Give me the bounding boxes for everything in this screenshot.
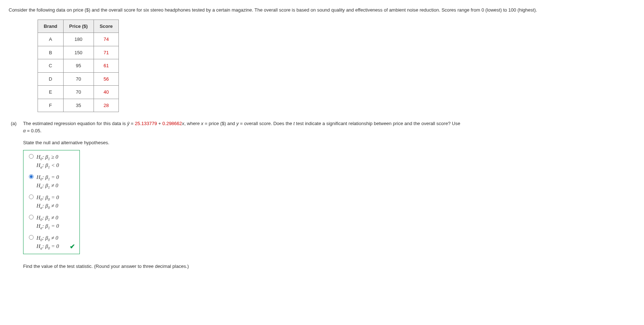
options-container: H0: β1 ≥ 0Ha: β1 < 0H0: β1 = 0Ha: β1 ≠ 0…: [27, 153, 76, 251]
radio-input[interactable]: [29, 235, 34, 240]
correct-check-icon: ✔: [70, 242, 75, 252]
radio-input[interactable]: [29, 174, 34, 179]
option-label: H0: β1 ≠ 0Ha: β1 = 0: [36, 214, 59, 231]
cell-score: 61: [94, 59, 118, 73]
cell-brand: E: [38, 86, 64, 99]
hypothesis-option[interactable]: H0: β1 = 0Ha: β1 ≠ 0: [27, 174, 76, 190]
hypothesis-option[interactable]: H0: β1 ≠ 0Ha: β1 = 0: [27, 214, 76, 231]
cell-price: 70: [63, 72, 94, 86]
option-label: H0: β1 = 0Ha: β1 ≠ 0: [36, 174, 59, 190]
alpha-symbol: α: [23, 128, 26, 133]
hypothesis-option[interactable]: H0: β0 = 0Ha: β0 ≠ 0: [27, 194, 76, 210]
cell-price: 35: [63, 99, 94, 112]
table-row: B15071: [38, 46, 119, 59]
part-a-mid: , where: [184, 121, 201, 126]
cell-price: 95: [63, 59, 94, 73]
eq-sign: =: [129, 121, 135, 126]
table-row: C9561: [38, 59, 119, 73]
state-hypotheses-prompt: State the null and alternative hypothese…: [23, 139, 635, 146]
cell-price: 150: [63, 46, 94, 59]
eq3: = overall score. Does the: [239, 121, 293, 126]
plus-sign: +: [157, 121, 163, 126]
cell-brand: D: [38, 72, 64, 86]
cell-brand: F: [38, 99, 64, 112]
cell-price: 70: [63, 86, 94, 99]
cell-brand: A: [38, 33, 64, 46]
hypothesis-option[interactable]: H0: β1 ≥ 0Ha: β1 < 0: [27, 153, 76, 170]
part-a-text: The estimated regression equation for th…: [23, 120, 632, 134]
cell-price: 180: [63, 33, 94, 46]
eq2: = price ($) and: [203, 121, 236, 126]
radio-input[interactable]: [29, 194, 34, 199]
table-row: E7040: [38, 86, 119, 99]
radio-input[interactable]: [29, 154, 34, 159]
table-row: A18074: [38, 33, 119, 46]
cell-brand: C: [38, 59, 64, 73]
cell-brand: B: [38, 46, 64, 59]
cell-score: 74: [94, 33, 118, 46]
cell-score: 28: [94, 99, 118, 112]
table-body: A18074B15071C9561D7056E7040F3528: [38, 33, 119, 112]
hypothesis-option[interactable]: H0: β0 ≠ 0Ha: β0 = 0: [27, 234, 76, 251]
problem-intro: Consider the following data on price ($)…: [9, 7, 635, 14]
option-label: H0: β0 ≠ 0Ha: β0 = 0: [36, 234, 59, 251]
table-row: D7056: [38, 72, 119, 86]
b1-value: 0.298662: [163, 121, 182, 126]
part-a-pre: The estimated regression equation for th…: [23, 121, 127, 126]
find-test-statistic-prompt: Find the value of the test statistic. (R…: [23, 263, 635, 270]
option-label: H0: β1 ≥ 0Ha: β1 < 0: [36, 153, 59, 170]
radio-input[interactable]: [29, 215, 34, 219]
cell-score: 71: [94, 46, 118, 59]
cell-score: 56: [94, 72, 118, 86]
option-label: H0: β0 = 0Ha: β0 ≠ 0: [36, 194, 59, 210]
table-row: F3528: [38, 99, 119, 112]
alpha-value: = 0.05.: [26, 128, 42, 133]
hypothesis-options: H0: β1 ≥ 0Ha: β1 < 0H0: β1 = 0Ha: β1 ≠ 0…: [23, 150, 80, 254]
th-brand: Brand: [38, 20, 64, 33]
cell-score: 40: [94, 86, 118, 99]
part-a-post: test indicate a significant relationship…: [295, 121, 460, 126]
data-table: Brand Price ($) Score A18074B15071C9561D…: [38, 20, 119, 112]
th-price: Price ($): [63, 20, 94, 33]
part-a-label: (a): [11, 120, 22, 127]
b0-value: 25.133779: [135, 121, 157, 126]
th-score: Score: [94, 20, 118, 33]
